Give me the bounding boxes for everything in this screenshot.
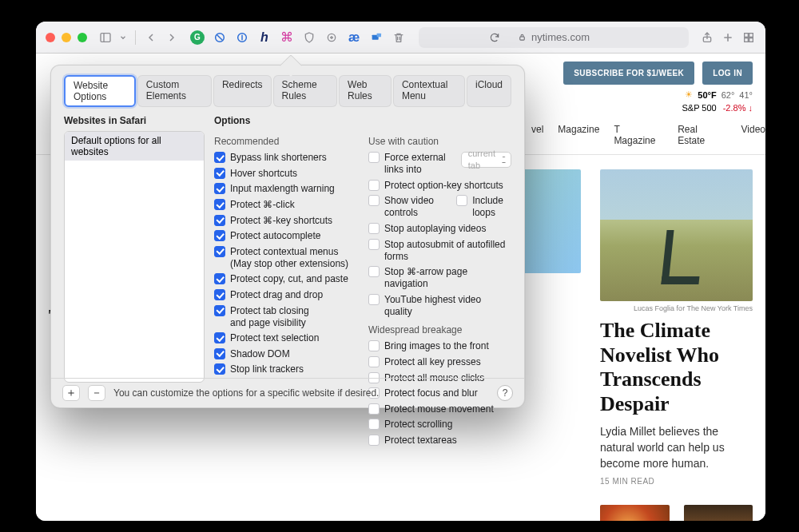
svg-rect-11 [749,38,753,42]
checkbox-icon [368,266,380,277]
option-checkbox[interactable]: Protect all key presses [368,355,511,371]
reload-icon[interactable] [489,32,500,43]
tab-web-rules[interactable]: Web Rules [339,75,392,107]
sun-icon: ☀︎ [685,89,693,100]
option-checkbox[interactable]: Protect copy, cut, and paste [214,272,357,288]
ext-icon-3[interactable] [235,30,249,45]
nav-item[interactable]: Real Estate [678,124,726,146]
zoom-window-button[interactable] [78,33,87,42]
option-label: Include loops [472,195,511,219]
help-button[interactable]: ? [497,385,513,401]
nav-item[interactable]: Magazine [558,124,599,146]
tab-overview-icon[interactable] [741,30,756,45]
ext-icon-5[interactable]: ⌘ [280,30,294,45]
login-button[interactable]: LOG IN [702,62,753,85]
option-checkbox[interactable]: Bring images to the front [368,339,511,355]
close-window-button[interactable] [46,33,55,42]
option-checkbox[interactable]: Stop autoplaying videos [368,221,511,237]
list-item[interactable]: Default options for all websites [65,132,204,161]
option-checkbox[interactable]: Stop link trackers [214,362,357,378]
address-bar[interactable]: nytimes.com [419,27,689,48]
option-checkbox[interactable]: Protect scrolling [368,417,511,433]
svg-rect-8 [745,33,749,37]
subscribe-button[interactable]: SUBSCRIBE FOR $1/WEEK [563,62,694,85]
ext-icon-9[interactable] [369,30,384,45]
privacy-report-icon[interactable] [302,30,316,45]
option-checkbox[interactable]: Protect option-key shortcuts [368,178,511,194]
checkbox-icon [368,340,380,351]
checkbox-icon [214,152,225,163]
svg-rect-10 [745,38,749,42]
tab-redirects[interactable]: Redirects [213,75,272,107]
option-label: Show video controls [384,195,443,219]
market-delta: -2.8% [723,103,746,113]
option-label: Protect contextual menus(May stop other … [230,246,348,270]
option-checkbox[interactable]: Input maxlength warning [214,181,357,197]
section-label: Use with caution [368,136,511,147]
checkbox-icon [214,273,225,284]
story-thumb[interactable] [600,505,670,521]
websites-list[interactable]: Default options for all websites [64,131,205,383]
tab-website-options[interactable]: Website Options [64,75,136,107]
checkbox-icon [214,183,225,194]
option-checkbox[interactable]: Show video controlsInclude loops [368,193,511,221]
option-label: Stop ⌘-arrow page navigation [384,266,511,290]
option-label: YouTube highest video quality [384,294,511,318]
option-label: Stop autoplaying videos [384,223,486,235]
tab-custom-elements[interactable]: Custom Elements [137,75,212,107]
forward-button[interactable] [165,30,179,45]
nav-item[interactable]: vel [531,124,543,146]
story-thumb[interactable] [684,505,753,521]
chevron-down-icon[interactable] [119,30,127,45]
checkbox-icon [368,152,380,163]
checkbox-icon [368,419,380,430]
ext-icon-1[interactable]: G [190,30,205,45]
option-checkbox[interactable]: Protect autocomplete [214,228,357,244]
option-checkbox[interactable]: Protect ⌘-key shortcuts [214,212,357,228]
option-checkbox[interactable]: Protect text selection [214,331,357,347]
address-host: nytimes.com [531,31,590,43]
minimize-window-button[interactable] [62,33,71,42]
nav-item[interactable]: T Magazine [614,124,663,146]
tab-scheme-rules[interactable]: Scheme Rules [273,75,338,107]
tab-contextual-menu[interactable]: Contextual Menu [393,75,465,107]
checkbox-icon [214,363,225,375]
checkbox-icon [368,180,380,191]
add-button[interactable]: ＋ [62,385,80,401]
toolbar: G h ⌘ æ nytimes.com [36,22,765,54]
remove-button[interactable]: － [88,385,105,401]
ext-icon-2[interactable] [213,30,227,45]
ext-icon-4[interactable]: h [257,30,272,45]
option-checkbox[interactable]: Stop autosubmit of autofilled forms [368,236,511,264]
ext-icon-7[interactable] [324,30,339,45]
lead-headline[interactable]: The Climate Novelist Who Transcends Desp… [600,319,753,417]
share-icon[interactable] [700,30,714,45]
option-checkbox[interactable]: YouTube highest video quality [368,292,511,320]
back-button[interactable] [144,30,158,45]
option-checkbox[interactable]: Force external links intocurrent tab [368,150,511,178]
option-checkbox[interactable]: Protect contextual menus(May stop other … [214,244,357,272]
market-widget[interactable]: S&P 500 -2.8% ↓ [682,103,753,113]
trash-icon[interactable] [392,30,406,45]
option-label: Hover shortcuts [230,168,297,180]
option-checkbox[interactable]: Protect tab closingand page visibility [214,303,357,331]
option-label: Protect tab closingand page visibility [230,305,309,329]
checkbox-icon [368,294,380,305]
ext-icon-8[interactable]: æ [347,30,361,45]
new-tab-icon[interactable] [721,30,735,45]
option-checkbox[interactable]: Hover shortcuts [214,166,357,182]
checkbox-icon [456,195,467,206]
option-checkbox[interactable]: Shadow DOM [214,347,357,363]
option-checkbox[interactable]: Protect textareas [368,433,511,449]
lead-photo[interactable] [600,169,753,301]
tab-icloud[interactable]: iCloud [467,75,511,107]
sidebar-icon[interactable] [98,30,113,45]
extension-popover: Website Options Custom Elements Redirect… [50,65,525,408]
option-checkbox[interactable]: Stop ⌘-arrow page navigation [368,264,511,292]
option-checkbox[interactable]: Protect drag and drop [214,288,357,304]
lock-icon [518,33,527,42]
option-checkbox[interactable]: Bypass link shorteners [214,150,357,166]
nav-item[interactable]: Video [741,124,765,146]
option-checkbox[interactable]: Protect ⌘-click [214,197,357,213]
target-tab-dropdown[interactable]: current tab [461,152,511,168]
